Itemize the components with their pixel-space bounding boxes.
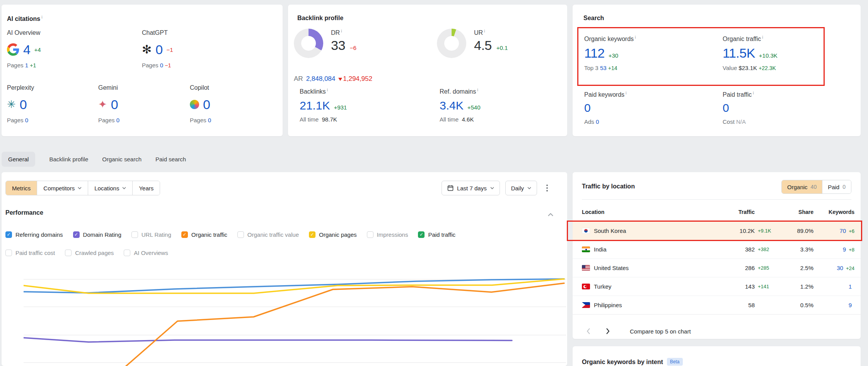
performance-line-chart[interactable] <box>24 267 566 366</box>
keywords-value[interactable]: 1 <box>849 283 852 290</box>
share-value: 3.3% <box>775 246 813 253</box>
granularity-dropdown[interactable]: Daily <box>505 181 537 195</box>
metric-backlinks: Backlinksi 21.1K +931 All time 98.7K <box>300 87 347 123</box>
info-icon[interactable]: i <box>41 15 42 19</box>
info-icon[interactable]: i <box>341 29 342 33</box>
sub-value[interactable]: 0 <box>596 118 599 125</box>
info-icon[interactable]: i <box>484 29 485 33</box>
keywords-value[interactable]: 9 <box>843 246 846 253</box>
ar-value[interactable]: 2,848,084 <box>306 75 336 82</box>
table-row-turkey[interactable]: Turkey 143 +141 1.2% 1 <box>573 277 861 296</box>
metric-checkbox-label: Organic traffic <box>191 231 227 238</box>
metric-value[interactable]: 112 <box>584 46 605 61</box>
unchecked-checkbox-icon[interactable] <box>65 250 72 256</box>
metric-value[interactable]: 0 <box>203 97 210 112</box>
metric-value[interactable]: 3.4K <box>440 99 464 112</box>
metric-delta: −1 <box>167 46 173 53</box>
metric-value[interactable]: 11.5K <box>723 46 755 61</box>
metric-value[interactable]: 0 <box>155 42 162 57</box>
pages-value[interactable]: 0 <box>25 117 28 123</box>
compare-top5-link[interactable]: Compare top 5 on chart <box>630 328 691 335</box>
location-name[interactable]: Philippines <box>594 302 622 308</box>
location-name[interactable]: Turkey <box>594 283 611 290</box>
metric-value[interactable]: 0 <box>111 97 118 112</box>
column-location[interactable]: Location <box>582 209 719 215</box>
checked-checkbox-icon[interactable]: ✓ <box>73 231 80 238</box>
locations-dropdown[interactable]: Locations <box>88 181 133 195</box>
metric-checkbox-organic-traffic[interactable]: ✓Organic traffic <box>181 231 227 238</box>
metric-value[interactable]: 0 <box>20 97 27 112</box>
metric-checkbox-domain-rating[interactable]: ✓Domain Rating <box>73 231 121 238</box>
table-row-united-states[interactable]: United States 286 +285 2.5% 30+24 <box>573 259 861 277</box>
location-name[interactable]: South Korea <box>594 227 626 234</box>
table-row-philippines[interactable]: Philippines 58 0.5% 9 <box>573 296 861 315</box>
metric-label: Paid keywordsi <box>584 91 627 98</box>
metric-chatgpt: ChatGPT ✻ 0 −1 Pages 0 −1 <box>142 29 173 68</box>
checked-checkbox-icon[interactable]: ✓ <box>309 231 315 238</box>
tab-organic-search[interactable]: Organic search <box>102 156 142 162</box>
metric-checkbox-impressions[interactable]: Impressions <box>367 231 408 238</box>
metric-checkbox-label: URL Rating <box>142 231 171 238</box>
tab-general[interactable]: General <box>2 152 35 167</box>
metric-value[interactable]: 4 <box>23 42 30 57</box>
metric-checkbox-paid-traffic[interactable]: ✓Paid traffic <box>418 231 455 238</box>
table-row-india[interactable]: India 382 +382 3.3% 9+8 <box>573 240 861 259</box>
column-keywords[interactable]: Keywords <box>813 209 854 215</box>
pages-value[interactable]: 1 <box>25 62 28 68</box>
pages-value[interactable]: 0 <box>160 62 163 68</box>
info-icon[interactable]: i <box>635 35 636 39</box>
collapse-section-button[interactable] <box>548 211 553 218</box>
sub-value[interactable]: 53 <box>600 65 607 71</box>
pages-value[interactable]: 0 <box>116 117 119 123</box>
location-name[interactable]: India <box>594 246 607 253</box>
next-page-button[interactable] <box>601 325 614 338</box>
metric-value[interactable]: 21.1K <box>300 99 330 112</box>
calendar-icon <box>447 185 454 191</box>
metric-checkbox-organic-traffic-value[interactable]: Organic traffic value <box>237 231 299 238</box>
info-icon[interactable]: i <box>477 87 478 92</box>
metrics-button[interactable]: Metrics <box>6 181 37 195</box>
checked-checkbox-icon[interactable]: ✓ <box>418 231 425 238</box>
column-share[interactable]: Share <box>775 209 813 215</box>
info-icon[interactable]: i <box>327 87 328 92</box>
location-name[interactable]: United States <box>594 265 629 271</box>
previous-page-button[interactable] <box>582 325 595 338</box>
years-button[interactable]: Years <box>133 181 160 195</box>
sub-delta: +14 <box>608 65 617 71</box>
toggle-paid[interactable]: Paid0 <box>822 180 851 193</box>
unchecked-checkbox-icon[interactable] <box>237 231 244 238</box>
info-icon[interactable]: i <box>762 35 763 39</box>
metric-value[interactable]: 0 <box>584 101 591 115</box>
tab-backlink-profile[interactable]: Backlink profile <box>49 156 88 162</box>
metric-checkbox-organic-pages[interactable]: ✓Organic pages <box>309 231 357 238</box>
pages-value[interactable]: 0 <box>208 117 211 123</box>
unchecked-checkbox-icon[interactable] <box>124 250 130 256</box>
metric-checkbox-crawled-pages[interactable]: Crawled pages <box>65 250 114 256</box>
date-range-dropdown[interactable]: Last 7 days <box>442 181 500 195</box>
metric-value[interactable]: 0 <box>723 101 729 115</box>
metric-label: Backlinksi <box>300 87 347 95</box>
tab-paid-search[interactable]: Paid search <box>155 156 186 162</box>
chevron-left-icon <box>587 328 590 334</box>
keywords-value[interactable]: 30 <box>837 265 843 271</box>
checked-checkbox-icon[interactable]: ✓ <box>5 231 12 238</box>
unchecked-checkbox-icon[interactable] <box>367 231 373 238</box>
info-icon[interactable]: i <box>753 91 754 95</box>
metric-checkbox-paid-traffic-cost[interactable]: Paid traffic cost <box>5 250 55 256</box>
more-options-button[interactable] <box>542 181 552 195</box>
column-traffic[interactable]: Traffic <box>719 209 755 215</box>
metric-checkbox-url-rating[interactable]: URL Rating <box>131 231 171 238</box>
organic-paid-toggle: Organic40 Paid0 <box>781 180 851 194</box>
keywords-value[interactable]: 9 <box>849 302 852 308</box>
ai-citations-card: AI citationsi AI Overview 4 +4 Pages 1 +… <box>2 5 283 136</box>
toggle-organic[interactable]: Organic40 <box>782 180 822 193</box>
metric-checkbox-ai-overviews[interactable]: AI Overviews <box>124 250 168 256</box>
table-row-south-korea[interactable]: South Korea 10.2K +9.1K 89.0% 70+6 <box>573 222 861 240</box>
checked-checkbox-icon[interactable]: ✓ <box>181 231 188 238</box>
keywords-value[interactable]: 70 <box>839 227 846 234</box>
metric-checkbox-referring-domains[interactable]: ✓Referring domains <box>5 231 63 238</box>
unchecked-checkbox-icon[interactable] <box>131 231 138 238</box>
info-icon[interactable]: i <box>626 91 626 95</box>
competitors-dropdown[interactable]: Competitors <box>37 181 88 195</box>
unchecked-checkbox-icon[interactable] <box>5 250 12 256</box>
